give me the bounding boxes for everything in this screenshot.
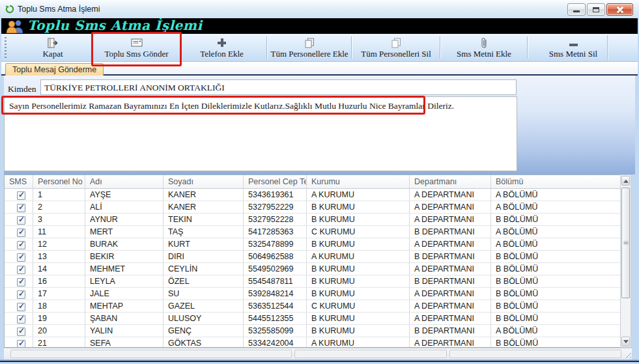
copy-pages-icon (304, 37, 315, 48)
column-header-departmani[interactable]: Departmanı (410, 175, 491, 188)
table-row[interactable]: 18MEHTAPGAZEL5363512544C KURUMUA DEPARTM… (5, 300, 620, 313)
cell-kurum: C KURUMU (307, 300, 410, 312)
sms-checkbox-checked[interactable] (17, 290, 25, 299)
cell-no: 20 (33, 325, 85, 337)
sms-checkbox-cell (5, 300, 33, 312)
cell-adi: LEYLA (85, 275, 163, 287)
minus-icon (569, 37, 578, 48)
table-row[interactable]: 1AYŞEKANER5343619361A KURUMUA DEPARTMANI… (5, 189, 620, 201)
sms-checkbox-cell (5, 214, 33, 225)
column-header-personel-no[interactable]: Personel No (33, 175, 85, 188)
cell-adi: AYNUR (85, 214, 163, 225)
sms-checkbox-cell (5, 251, 33, 262)
column-header-kurumu[interactable]: Kurumu (307, 175, 410, 188)
table-row[interactable]: 19ŞABANULUSOY5445512355B KURUMUA DEPARTM… (5, 313, 620, 325)
vertical-scrollbar[interactable] (620, 175, 631, 348)
cell-tel: 5325585099 (244, 325, 307, 337)
sms-checkbox-checked[interactable] (17, 328, 25, 336)
cell-kurum: B KURUMU (307, 214, 410, 225)
scroll-up-button[interactable] (621, 176, 630, 186)
table-row[interactable]: 16LEYLAÖZEL5545487811B KURUMUB DEPARTMAN… (5, 275, 620, 288)
cell-no: 13 (33, 251, 85, 262)
table-row[interactable]: 12BURAKKURT5325478899B KURUMUA DEPARTMAN… (5, 238, 620, 251)
cell-adi: BEKIR (85, 251, 163, 262)
column-header-bolumu[interactable]: Bölümü (491, 175, 620, 188)
cell-kurum: B KURUMU (307, 275, 410, 287)
message-textarea[interactable]: Sayın Personellerimiz Ramazan Bayramınız… (4, 96, 517, 171)
kimden-input[interactable] (40, 79, 517, 95)
cell-soyadi: GÖKTAS (163, 337, 244, 348)
cell-bolum: B BÖLÜMÜ (491, 300, 620, 312)
close-button[interactable] (606, 3, 633, 16)
scrollbar-thumb[interactable] (621, 188, 630, 298)
column-header-sms[interactable]: SMS (5, 175, 33, 188)
sms-checkbox-checked[interactable] (17, 278, 25, 287)
table-row[interactable]: 20YALINGENÇ5325585099B KURUMUB DEPARTMAN… (5, 325, 620, 337)
toolbar-drag-handle[interactable] (5, 37, 7, 59)
tab-page: Kimden Sayın Personellerimiz Ramazan Bay… (4, 76, 635, 175)
table-row[interactable]: 14MEHMETCEYLİN5549502969B KURUMUA DEPART… (5, 263, 620, 275)
toolbar-button-toplu-sms-gonder[interactable]: Toplu Sms Gönder (95, 35, 178, 61)
cell-departman: B DEPARTMANI (410, 275, 491, 287)
sms-checkbox-cell (5, 201, 33, 213)
column-header-soyadi[interactable]: Soyadı (163, 175, 244, 188)
cell-no: 3 (33, 214, 85, 225)
minimize-button[interactable] (567, 3, 586, 16)
cell-tel: 5325478899 (244, 238, 307, 250)
minimize-icon (573, 10, 580, 12)
cell-adi: BURAK (85, 238, 163, 250)
cell-bolum: A BÖLÜMÜ (491, 325, 620, 337)
column-header-adi[interactable]: Adı (85, 175, 163, 188)
sms-checkbox-checked[interactable] (17, 266, 25, 274)
cell-kurum: B KURUMU (307, 263, 410, 275)
sms-checkbox-checked[interactable] (17, 315, 25, 324)
cell-tel: 5334242004 (244, 337, 307, 348)
toolbar-button-tum-personelleri-sil[interactable]: Tüm Personelleri Sil (356, 35, 436, 61)
cell-no: 17 (33, 288, 85, 300)
scroll-down-button[interactable] (621, 337, 630, 346)
tab-toplu-mesaj-gonderme[interactable]: Toplu Mesaj Gönderme (5, 63, 104, 76)
sms-checkbox-checked[interactable] (17, 340, 25, 348)
sms-checkbox-checked[interactable] (17, 303, 25, 311)
cell-departman: A DEPARTMANI (410, 238, 491, 250)
users-icon (5, 19, 26, 33)
cell-bolum: B BÖLÜMÜ (491, 263, 620, 275)
sms-checkbox-checked[interactable] (17, 241, 25, 249)
toolbar-button-kapat[interactable]: Kapat (13, 35, 92, 61)
personnel-table: SMS Personel No Adı Soyadı Personel Cep … (4, 175, 620, 348)
sms-checkbox-checked[interactable] (17, 229, 25, 237)
toolbar-button-tum-personellere-ekle[interactable]: Tüm Personellere Ekle (271, 35, 348, 61)
table-row[interactable]: 13BEKIRDIRI5064962588A KURUMUB DEPARTMAN… (5, 251, 620, 263)
arrow-down-icon (623, 340, 629, 346)
table-row[interactable]: 3AYNURTEKIN5327952228B KURUMUA DEPARTMAN… (5, 214, 620, 226)
cell-no: 12 (33, 238, 85, 250)
toolbar-button-sms-metni-ekle[interactable]: Sms Metni Ekle (444, 35, 524, 61)
table-row[interactable]: 2ALİKANER5327952229B KURUMUA DEPARTMANIA… (5, 201, 620, 214)
status-panel (10, 350, 292, 358)
resize-grip[interactable] (623, 350, 631, 358)
maximize-button[interactable] (587, 3, 605, 16)
table-row[interactable]: 17JALESU5392848214B KURUMUA DEPARTMANIB … (5, 288, 620, 300)
cell-bolum: B BÖLÜMÜ (491, 337, 620, 348)
cell-departman: B DEPARTMANI (410, 251, 491, 262)
toolbar-button-sms-metni-sil[interactable]: Sms Metni Sil (532, 35, 615, 61)
cell-bolum: B BÖLÜMÜ (491, 288, 620, 300)
column-header-personel-cep-tel[interactable]: Personel Cep Tel (244, 175, 307, 188)
cell-no: 14 (33, 263, 85, 275)
cell-bolum: B BÖLÜMÜ (491, 313, 620, 324)
cell-no: 18 (33, 300, 85, 312)
toolbar-separator (440, 36, 441, 59)
sms-checkbox-checked[interactable] (17, 253, 25, 262)
cell-bolum: B BÖLÜMÜ (491, 214, 620, 225)
cell-adi: MERT (85, 226, 163, 238)
table-row[interactable]: 11MERTTAŞ5417285363C KURUMUB DEPARTMANIA… (5, 226, 620, 238)
tab-label: Toplu Mesaj Gönderme (12, 65, 96, 74)
toolbar-button-telefon-ekle[interactable]: Telefon Ekle (180, 35, 263, 61)
table-row[interactable]: 21SEFAGÖKTAS5334242004A KURUMUA DEPARTMA… (5, 337, 620, 348)
sms-checkbox-checked[interactable] (17, 216, 25, 225)
cell-adi: AYŞE (85, 189, 163, 201)
sms-checkbox-checked[interactable] (17, 204, 25, 212)
sms-checkbox-cell (5, 238, 33, 250)
sms-checkbox-checked[interactable] (17, 191, 25, 200)
cell-bolum: B BÖLÜMÜ (491, 275, 620, 287)
